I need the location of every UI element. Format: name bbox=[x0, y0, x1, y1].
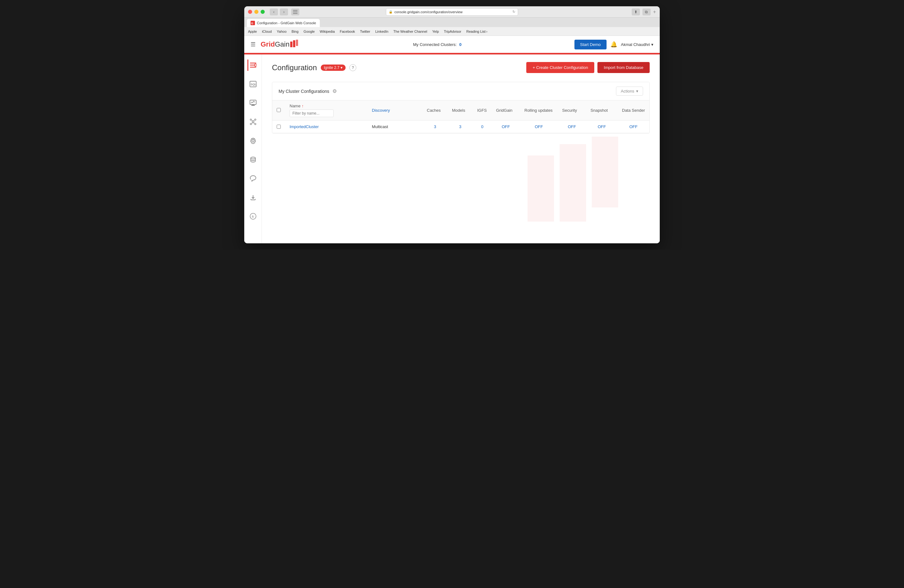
svg-line-24 bbox=[251, 123, 253, 124]
svg-line-22 bbox=[251, 120, 253, 121]
bookmark-google[interactable]: Google bbox=[303, 30, 315, 33]
bookmark-weather[interactable]: The Weather Channel bbox=[394, 30, 427, 33]
connected-clusters-count[interactable]: 0 bbox=[459, 42, 461, 47]
sidebar-item-database[interactable] bbox=[247, 154, 259, 165]
cluster-name-link[interactable]: ImportedCluster bbox=[289, 124, 319, 129]
svg-rect-31 bbox=[528, 155, 554, 221]
sidebar-item-sql[interactable]: SQL bbox=[247, 78, 259, 90]
help-button[interactable]: ? bbox=[349, 64, 356, 71]
data-sender-value[interactable]: OFF bbox=[629, 124, 638, 129]
table-card-title: My Cluster Configurations ⚙ bbox=[278, 88, 337, 94]
new-tab-button[interactable]: + bbox=[653, 9, 656, 15]
header-right: Start Demo 🔔 Akmal Chaudhri ▾ bbox=[574, 40, 653, 49]
svg-point-27 bbox=[251, 157, 255, 159]
forward-button[interactable]: › bbox=[280, 8, 288, 16]
page-title: Configuration bbox=[272, 63, 317, 72]
cluster-icon bbox=[250, 119, 256, 125]
sidebar-item-monitoring[interactable] bbox=[247, 97, 259, 109]
td-snapshot: OFF bbox=[586, 120, 618, 133]
name-filter-input[interactable] bbox=[289, 109, 333, 117]
table-scroll-wrapper[interactable]: Name ↑ Discovery bbox=[272, 100, 650, 133]
svg-point-26 bbox=[252, 140, 254, 142]
actions-dropdown[interactable]: Actions ▾ bbox=[616, 87, 643, 96]
bookmark-bing[interactable]: Bing bbox=[291, 30, 299, 33]
page-content: Configuration Ignite 2.7 ▾ ? + Create Cl… bbox=[262, 54, 660, 243]
svg-line-25 bbox=[253, 123, 255, 124]
maximize-button[interactable] bbox=[261, 10, 265, 14]
sidebar-item-support[interactable] bbox=[247, 173, 259, 184]
monitoring-icon bbox=[250, 100, 256, 106]
bookmark-twitter[interactable]: Twitter bbox=[360, 30, 370, 33]
svg-rect-0 bbox=[293, 10, 297, 11]
notification-button[interactable]: 🔔 bbox=[610, 41, 617, 48]
svg-rect-16 bbox=[251, 105, 255, 106]
configuration-icon bbox=[250, 62, 256, 69]
td-checkbox bbox=[272, 120, 285, 133]
support-icon bbox=[250, 175, 256, 182]
version-badge[interactable]: Ignite 2.7 ▾ bbox=[321, 65, 346, 71]
sidebar-toggle-button[interactable] bbox=[291, 8, 299, 16]
gridgain-value[interactable]: OFF bbox=[502, 124, 510, 129]
header-center: My Connected Clusters: 0 bbox=[300, 42, 574, 47]
bookmark-linkedin[interactable]: LinkedIn bbox=[375, 30, 389, 33]
start-demo-button[interactable]: Start Demo bbox=[574, 40, 607, 49]
bookmark-yelp[interactable]: Yelp bbox=[432, 30, 439, 33]
sidebar-item-signer[interactable]: S bbox=[247, 210, 259, 222]
reload-icon[interactable]: ↻ bbox=[512, 10, 515, 14]
svg-text:G: G bbox=[251, 22, 253, 25]
import-database-button[interactable]: Import from Database bbox=[597, 62, 650, 73]
back-button[interactable]: ‹ bbox=[270, 8, 278, 16]
sidebar-item-cluster-management[interactable] bbox=[247, 116, 259, 128]
bookmark-reading-list[interactable]: Reading List › bbox=[466, 30, 488, 33]
share-button[interactable]: ⬆ bbox=[632, 8, 640, 16]
models-value[interactable]: 3 bbox=[459, 124, 461, 129]
tab-button[interactable]: ⧉ bbox=[642, 8, 651, 16]
th-name-label: Name ↑ bbox=[289, 104, 304, 108]
window-controls bbox=[248, 10, 265, 14]
table-row: ImportedCluster Multicast 3 3 bbox=[272, 120, 650, 133]
bookmark-tripadvisor[interactable]: TripAdvisor bbox=[444, 30, 461, 33]
sidebar-item-download[interactable] bbox=[247, 192, 259, 203]
select-all-checkbox[interactable] bbox=[277, 108, 281, 112]
create-cluster-button[interactable]: + Create Cluster Configuration bbox=[526, 62, 594, 73]
sidebar-item-configuration[interactable] bbox=[247, 60, 259, 71]
svg-rect-1 bbox=[293, 12, 297, 12]
bookmark-yahoo[interactable]: Yahoo bbox=[277, 30, 286, 33]
page-header: Configuration Ignite 2.7 ▾ ? + Create Cl… bbox=[272, 62, 650, 73]
url-bar[interactable]: 🔒 console.gridgain.com/configuration/ove… bbox=[386, 8, 518, 16]
minimize-button[interactable] bbox=[254, 10, 258, 14]
table-header-row: Name ↑ Discovery bbox=[272, 100, 650, 120]
row-select-checkbox[interactable] bbox=[277, 125, 281, 129]
table-settings-button[interactable]: ⚙ bbox=[332, 88, 337, 94]
sidebar-item-settings[interactable] bbox=[247, 135, 259, 146]
settings-icon bbox=[250, 137, 256, 144]
th-discovery[interactable]: Discovery bbox=[368, 100, 422, 120]
igfs-value[interactable]: 0 bbox=[481, 124, 483, 129]
bookmark-facebook[interactable]: Facebook bbox=[340, 30, 355, 33]
table-title-text: My Cluster Configurations bbox=[278, 89, 329, 94]
menu-toggle-button[interactable]: ☰ bbox=[251, 41, 256, 48]
active-tab[interactable]: G Configuration - GridGain Web Console bbox=[247, 19, 320, 27]
th-discovery-label[interactable]: Discovery bbox=[372, 108, 390, 113]
logo-icon bbox=[290, 40, 300, 49]
download-icon bbox=[250, 194, 256, 201]
th-checkbox bbox=[272, 100, 285, 120]
bookmark-wikipedia[interactable]: Wikipedia bbox=[320, 30, 335, 33]
logo[interactable]: GridGain bbox=[261, 40, 300, 49]
bookmark-icloud[interactable]: iCloud bbox=[262, 30, 272, 33]
caches-value[interactable]: 3 bbox=[434, 124, 436, 129]
svg-rect-5 bbox=[290, 41, 292, 47]
user-menu-button[interactable]: Akmal Chaudhri ▾ bbox=[621, 42, 654, 47]
th-name[interactable]: Name ↑ bbox=[285, 100, 368, 120]
sql-icon: SQL bbox=[250, 81, 256, 87]
svg-line-23 bbox=[253, 120, 255, 121]
snapshot-value[interactable]: OFF bbox=[598, 124, 606, 129]
actions-label: Actions bbox=[621, 89, 634, 93]
version-dropdown-icon: ▾ bbox=[341, 65, 343, 70]
logo-text: GridGain bbox=[261, 40, 289, 49]
page-actions: + Create Cluster Configuration Import fr… bbox=[526, 62, 650, 73]
security-value[interactable]: OFF bbox=[568, 124, 576, 129]
bookmark-apple[interactable]: Apple bbox=[248, 30, 257, 33]
rolling-updates-value[interactable]: OFF bbox=[535, 124, 543, 129]
close-button[interactable] bbox=[248, 10, 252, 14]
